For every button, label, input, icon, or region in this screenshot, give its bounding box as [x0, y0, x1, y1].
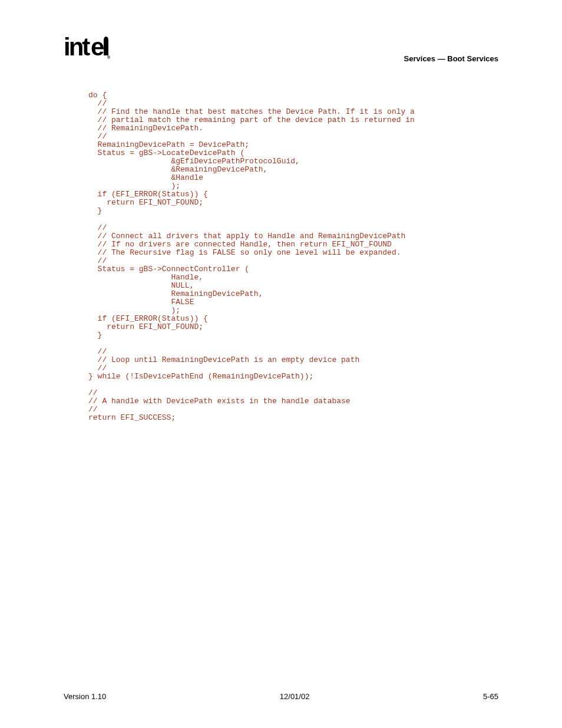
footer-date: 12/01/02 [280, 692, 310, 701]
page-header: int e ® Services — Boot Services [64, 35, 498, 64]
page-footer: Version 1.10 12/01/02 5-65 [64, 692, 498, 701]
intel-logo-icon: int e ® [64, 35, 111, 60]
code-listing: do { // // Find the handle that best mat… [88, 91, 498, 422]
svg-point-2 [110, 55, 111, 56]
footer-version: Version 1.10 [64, 692, 106, 701]
svg-text:int: int [64, 35, 90, 60]
svg-text:®: ® [107, 55, 111, 60]
page: int e ® Services — Boot Services do { //… [0, 0, 562, 728]
intel-logo: int e ® [64, 35, 111, 64]
svg-text:e: e [91, 35, 104, 60]
section-title: Services — Boot Services [404, 54, 498, 64]
footer-page: 5-65 [483, 692, 498, 701]
